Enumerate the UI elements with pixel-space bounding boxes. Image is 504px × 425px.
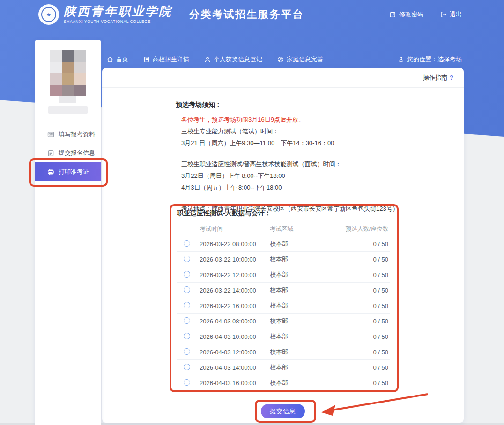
sidebar-item-fill-application[interactable]: 填写报考资料 [35, 125, 101, 144]
column-header-count: 预选人数/座位数 [341, 225, 390, 233]
notice-title: 预选考场须知： [176, 99, 447, 110]
exam-section-title: 职业适应性测试-大数据与会计： [177, 209, 390, 218]
top-nav: 首页 高校招生详情 个人获奖信息登记 家庭信息完善 [107, 52, 323, 66]
session-area: 校本部 [270, 363, 341, 372]
logout-button[interactable]: 退出 [440, 10, 462, 19]
guide-bar: 操作指南 ? [102, 68, 464, 88]
avatar-pixel [74, 50, 86, 62]
session-time: 2026-03-22 10:00:00 [200, 256, 270, 263]
avatar-chin [59, 96, 76, 103]
idcard-icon [47, 131, 54, 138]
session-radio[interactable] [184, 317, 190, 324]
nav-item-college-details[interactable]: 高校招生详情 [143, 55, 189, 64]
nav-label: 首页 [116, 55, 128, 64]
header-divider [181, 7, 181, 22]
nav-item-family-info[interactable]: 家庭信息完善 [277, 55, 323, 64]
session-count: 0 / 50 [341, 256, 390, 263]
sidebar-item-label: 打印准考证 [59, 168, 89, 176]
column-header-time: 考试时间 [200, 225, 270, 233]
table-row: 2026-03-22 10:00:00校本部0 / 50 [177, 251, 390, 267]
session-radio[interactable] [184, 302, 190, 308]
session-radio[interactable] [184, 364, 190, 370]
session-radio[interactable] [184, 240, 190, 247]
session-area: 校本部 [270, 301, 341, 310]
table-row: 2026-04-03 10:00:00校本部0 / 50 [177, 329, 390, 344]
session-radio[interactable] [184, 286, 190, 293]
avatar-pixel [62, 62, 74, 73]
location-label: 您的位置：选择考场 [407, 55, 462, 64]
submit-button[interactable]: 提交信息 [261, 404, 305, 418]
college-logo: ★ [38, 4, 59, 25]
session-count: 0 / 50 [341, 241, 390, 248]
table-row: 2026-04-03 08:00:00校本部0 / 50 [177, 313, 390, 329]
session-count: 0 / 50 [341, 318, 390, 325]
session-count: 0 / 50 [341, 364, 390, 371]
session-radio[interactable] [184, 348, 190, 355]
sidebar: 填写报考资料 提交报名信息 打印准考证 [35, 40, 101, 425]
nav-item-home[interactable]: 首页 [107, 55, 128, 64]
notice-line: 4月3日（周五）上午 8:00--下午18:00 [181, 182, 447, 193]
session-radio[interactable] [184, 256, 190, 262]
avatar-pixel [50, 73, 62, 85]
change-password-label: 修改密码 [399, 10, 423, 19]
session-time: 2026-04-03 12:00:00 [200, 349, 270, 356]
sidebar-item-print-admission-ticket[interactable]: 打印准考证 [35, 162, 101, 181]
table-row: 2026-04-03 16:00:00校本部0 / 50 [177, 375, 390, 390]
session-time: 2026-04-03 10:00:00 [200, 333, 270, 340]
session-count: 0 / 50 [341, 302, 390, 309]
avatar-pixel [62, 73, 74, 85]
sidebar-item-submit-registration[interactable]: 提交报名信息 [35, 144, 101, 162]
session-area: 校本部 [270, 286, 341, 294]
person-icon [204, 56, 211, 63]
avatar-pixel [50, 50, 62, 62]
notice-line: 3月22日（周日）上午 8:00--下午18:00 [181, 170, 447, 182]
notice-line [181, 149, 447, 158]
avatar-pixel [74, 62, 86, 73]
avatar [50, 50, 86, 96]
session-area: 校本部 [270, 317, 341, 325]
session-count: 0 / 50 [341, 287, 390, 294]
table-row: 2026-03-22 14:00:00校本部0 / 50 [177, 282, 390, 298]
student-name-redacted [48, 106, 88, 114]
notice-line: 各位考生，预选考场功能3月16日9点后开放。 [181, 114, 447, 125]
logout-label: 退出 [450, 10, 462, 19]
change-password-button[interactable]: 修改密码 [390, 10, 423, 19]
exam-session-section: 职业适应性测试-大数据与会计： 考试时间 考试区域 预选人数/座位数 2026-… [177, 209, 390, 390]
session-count: 0 / 50 [341, 380, 390, 387]
sidebar-item-label: 提交报名信息 [59, 149, 95, 157]
guide-label: 操作指南 [423, 73, 447, 82]
session-area: 校本部 [270, 379, 341, 387]
session-area: 校本部 [270, 271, 341, 279]
table-row: 2026-03-22 16:00:00校本部0 / 50 [177, 298, 390, 313]
session-radio[interactable] [184, 379, 190, 386]
table-body: 2026-03-22 08:00:00校本部0 / 502026-03-22 1… [177, 236, 390, 390]
college-name-block: 陕西青年职业学院 SHAANXI YOUTH VOCATIONAL COLLEG… [64, 5, 172, 24]
home-icon [107, 56, 113, 63]
college-name-zh: 陕西青年职业学院 [64, 5, 172, 18]
session-area: 校本部 [270, 255, 341, 264]
notice-line: 三校生职业适应性测试/普高生技术技能测试（面试）时间： [181, 158, 447, 170]
session-area: 校本部 [270, 332, 341, 341]
exam-notice: 预选考场须知： 各位考生，预选考场功能3月16日9点后开放。三校生专业能力测试（… [176, 99, 447, 214]
logout-icon [440, 11, 447, 18]
avatar-pixel [50, 62, 62, 73]
edit-icon [390, 11, 396, 18]
family-icon [277, 56, 284, 63]
nav-label: 高校招生详情 [153, 55, 189, 64]
header-actions: 修改密码 退出 [390, 10, 462, 19]
column-header-area: 考试区域 [270, 225, 341, 233]
avatar-pixel [74, 73, 86, 85]
table-header: 考试时间 考试区域 预选人数/座位数 [177, 222, 390, 236]
printer-icon [47, 169, 54, 176]
table-row: 2026-03-22 12:00:00校本部0 / 50 [177, 267, 390, 282]
session-radio[interactable] [184, 271, 190, 278]
session-time: 2026-03-22 14:00:00 [200, 287, 270, 294]
platform-title: 分类考试招生服务平台 [189, 7, 304, 22]
guide-help-link[interactable]: ? [450, 74, 453, 81]
session-time: 2026-03-22 08:00:00 [200, 241, 270, 248]
session-radio[interactable] [184, 333, 190, 339]
avatar-pixel [62, 85, 74, 96]
table-row: 2026-04-03 14:00:00校本部0 / 50 [177, 359, 390, 375]
app-header: ★ 陕西青年职业学院 SHAANXI YOUTH VOCATIONAL COLL… [0, 0, 504, 29]
nav-item-award-registration[interactable]: 个人获奖信息登记 [204, 55, 262, 64]
